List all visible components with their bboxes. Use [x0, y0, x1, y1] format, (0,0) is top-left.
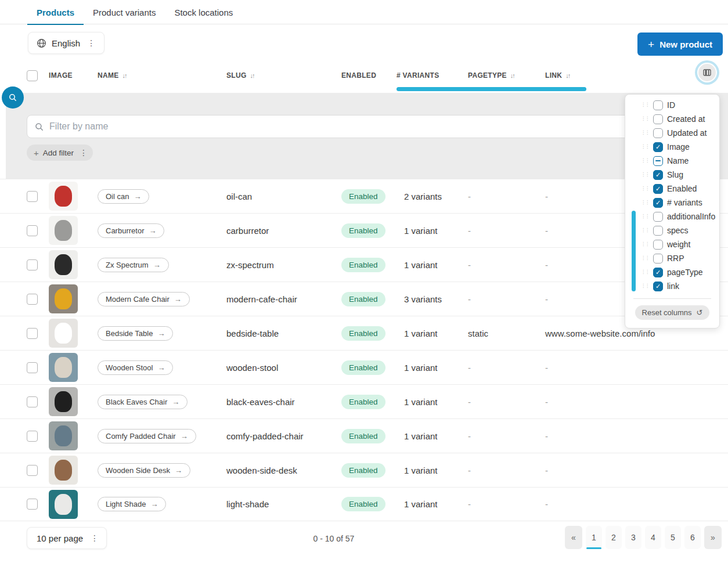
drag-handle-icon[interactable]: ⋮⋮: [641, 200, 649, 205]
product-image[interactable]: [49, 182, 78, 211]
column-picker-item[interactable]: ⋮⋮ pageType: [625, 265, 719, 279]
column-header[interactable]: LINK ↓↑: [545, 71, 720, 80]
new-product-button[interactable]: + New product: [637, 33, 723, 56]
search-toggle-button[interactable]: [2, 86, 24, 109]
page-number-button[interactable]: 5: [665, 526, 681, 549]
product-name-link[interactable]: Bedside Table →: [98, 326, 173, 341]
product-image[interactable]: [49, 421, 78, 450]
product-name-link[interactable]: Comfy Padded Chair →: [98, 429, 196, 443]
prev-page-button[interactable]: «: [565, 526, 582, 549]
column-picker-item[interactable]: ⋮⋮ Slug: [625, 168, 719, 182]
column-header[interactable]: SLUG ↓↑: [226, 71, 341, 80]
column-checkbox[interactable]: [653, 254, 663, 264]
column-header[interactable]: # VARIANTS ↓↑: [397, 71, 468, 80]
select-all-checkbox[interactable]: [27, 70, 38, 81]
drag-handle-icon[interactable]: ⋮⋮: [641, 270, 649, 275]
row-checkbox[interactable]: [27, 499, 38, 510]
column-picker-item[interactable]: ⋮⋮ Enabled: [625, 182, 719, 196]
column-checkbox[interactable]: [653, 100, 663, 110]
column-checkbox[interactable]: [653, 282, 663, 291]
kebab-icon[interactable]: ⋮: [85, 38, 97, 48]
column-checkbox[interactable]: [653, 198, 663, 208]
product-name-link[interactable]: Modern Cafe Chair →: [98, 292, 190, 306]
column-checkbox[interactable]: [653, 114, 663, 124]
drag-handle-icon[interactable]: ⋮⋮: [641, 214, 649, 219]
drag-handle-icon[interactable]: ⋮⋮: [641, 158, 649, 163]
row-checkbox[interactable]: [27, 431, 38, 442]
product-name-link[interactable]: Wooden Stool →: [98, 360, 173, 375]
product-name-link[interactable]: Light Shade →: [98, 497, 166, 511]
page-number-button[interactable]: 3: [625, 526, 641, 549]
row-checkbox[interactable]: [27, 225, 38, 236]
column-picker-item[interactable]: ⋮⋮ weight: [625, 237, 719, 251]
product-image[interactable]: [49, 456, 78, 485]
column-picker-item[interactable]: ⋮⋮ ID: [625, 98, 719, 112]
product-image[interactable]: [49, 250, 78, 279]
drag-handle-icon[interactable]: ⋮⋮: [641, 284, 649, 288]
column-drag-indicator[interactable]: [397, 87, 586, 91]
reset-columns-button[interactable]: Reset columns ↺: [635, 305, 710, 320]
column-checkbox[interactable]: [653, 212, 663, 222]
column-checkbox[interactable]: [653, 184, 663, 194]
product-name-link[interactable]: Carburretor →: [98, 223, 164, 238]
sort-icon[interactable]: ↓↑: [122, 72, 127, 79]
column-picker-button[interactable]: [698, 64, 716, 81]
row-checkbox[interactable]: [27, 294, 38, 305]
product-image[interactable]: [49, 216, 78, 245]
product-name-link[interactable]: Black Eaves Chair →: [98, 395, 188, 409]
product-name-link[interactable]: Oil can →: [98, 189, 149, 204]
tab[interactable]: Stock locations: [165, 0, 242, 24]
column-checkbox[interactable]: [653, 142, 663, 152]
row-checkbox[interactable]: [27, 465, 38, 476]
column-checkbox[interactable]: [653, 170, 663, 180]
add-filter-button[interactable]: + Add filter ⋮: [27, 145, 93, 161]
product-image[interactable]: [49, 490, 78, 519]
column-checkbox[interactable]: [653, 226, 663, 236]
column-picker-item[interactable]: ⋮⋮ specs: [625, 223, 719, 237]
column-checkbox[interactable]: [653, 128, 663, 138]
next-page-button[interactable]: »: [704, 526, 722, 549]
filter-input[interactable]: [49, 121, 708, 132]
column-picker-item[interactable]: ⋮⋮ link: [625, 279, 719, 293]
column-picker-item[interactable]: ⋮⋮ RRP: [625, 251, 719, 265]
column-picker-item[interactable]: ⋮⋮ additionalInfo: [625, 210, 719, 223]
product-name-link[interactable]: Wooden Side Desk →: [98, 463, 190, 478]
language-selector[interactable]: English ⋮: [28, 32, 104, 54]
row-checkbox[interactable]: [27, 396, 38, 407]
drag-handle-icon[interactable]: ⋮⋮: [641, 242, 649, 247]
product-image[interactable]: [49, 387, 78, 416]
column-picker-item[interactable]: ⋮⋮ Image: [625, 140, 719, 154]
column-picker-item[interactable]: ⋮⋮ Created at: [625, 112, 719, 126]
page-number-button[interactable]: 4: [645, 526, 661, 549]
product-image[interactable]: [49, 353, 78, 382]
drag-handle-icon[interactable]: ⋮⋮: [641, 256, 649, 261]
column-header[interactable]: PAGETYPE ↓↑: [468, 71, 545, 80]
column-header[interactable]: ENABLED ↓↑: [341, 71, 397, 80]
product-image[interactable]: [49, 319, 78, 348]
tab[interactable]: Products: [27, 0, 84, 24]
column-picker-item[interactable]: ⋮⋮ Name: [625, 154, 719, 168]
row-checkbox[interactable]: [27, 191, 38, 202]
kebab-icon[interactable]: ⋮: [78, 147, 89, 158]
page-number-button[interactable]: 2: [606, 526, 622, 549]
column-checkbox[interactable]: [653, 156, 663, 166]
row-checkbox[interactable]: [27, 362, 38, 373]
product-image[interactable]: [49, 284, 78, 313]
drag-handle-icon[interactable]: ⋮⋮: [641, 186, 649, 191]
drag-handle-icon[interactable]: ⋮⋮: [641, 145, 649, 149]
row-checkbox[interactable]: [27, 328, 38, 339]
dropdown-scrollbar[interactable]: [632, 211, 636, 291]
drag-handle-icon[interactable]: ⋮⋮: [641, 103, 649, 107]
page-number-button[interactable]: 1: [586, 526, 602, 549]
sort-icon[interactable]: ↓↑: [565, 72, 570, 79]
sort-icon[interactable]: ↓↑: [510, 72, 514, 79]
page-number-button[interactable]: 6: [684, 526, 701, 549]
drag-handle-icon[interactable]: ⋮⋮: [641, 131, 649, 135]
column-header[interactable]: NAME ↓↑: [98, 71, 226, 80]
tab[interactable]: Product variants: [84, 0, 165, 24]
column-header[interactable]: IMAGE ↓↑: [49, 71, 98, 80]
row-checkbox[interactable]: [27, 259, 38, 270]
drag-handle-icon[interactable]: ⋮⋮: [641, 172, 649, 177]
drag-handle-icon[interactable]: ⋮⋮: [641, 228, 649, 233]
column-picker-item[interactable]: ⋮⋮ # variants: [625, 196, 719, 210]
